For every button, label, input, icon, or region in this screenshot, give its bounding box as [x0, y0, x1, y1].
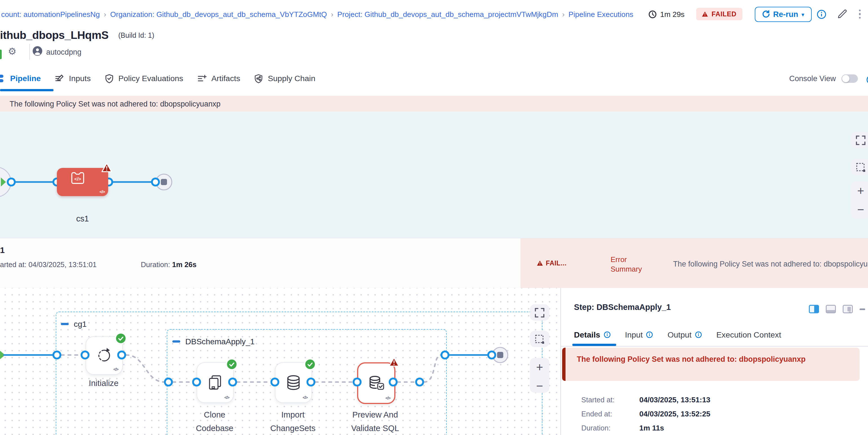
- title-bar: ithub_dbops_LHqmS (Build Id: 1) ⚙ autocd…: [0, 28, 868, 63]
- detail-label: Ended at:: [581, 410, 639, 418]
- info-icon[interactable]: [816, 9, 826, 19]
- expand-graph-button[interactable]: [530, 304, 549, 321]
- breadcrumb-account[interactable]: count: automationPipelinesNg: [1, 10, 100, 18]
- zoom-in-button[interactable]: +: [536, 358, 543, 376]
- svg-text:</>: </>: [74, 176, 82, 182]
- warning-triangle-icon: [537, 260, 543, 266]
- step-node-clone-codebase[interactable]: </>: [196, 362, 234, 403]
- panel-tab-output[interactable]: Output: [668, 330, 702, 339]
- panel-tabs-divider: [561, 346, 868, 346]
- panel-tabs: Details Input Output: [574, 330, 781, 339]
- layout-split-right-icon[interactable]: [809, 305, 819, 313]
- tab-artifacts[interactable]: Artifacts: [197, 73, 240, 83]
- info-icon[interactable]: [603, 331, 610, 338]
- detail-row-started: Started at: 04/03/2025, 13:51:13: [581, 396, 710, 404]
- avatar: [33, 46, 42, 56]
- step-node-initialize[interactable]: </>: [86, 336, 123, 375]
- graph-zoom-controls: + −: [530, 358, 549, 393]
- collapse-minus-icon[interactable]: [173, 340, 180, 342]
- breadcrumb-separator: ›: [331, 10, 334, 18]
- breadcrumb-project[interactable]: Project: Github_db_devops_aut_db_schema_…: [337, 10, 558, 18]
- list-plus-icon: [197, 73, 207, 83]
- stage-node-cs1[interactable]: </> </>: [57, 168, 108, 196]
- sync-icon: [96, 347, 113, 364]
- policy-warning-banner: The following Policy Set was not adhered…: [0, 96, 868, 112]
- chevron-down-icon: ▾: [802, 12, 804, 18]
- step-panel-title: Step: DBSchemaApply_1: [574, 303, 671, 312]
- tab-artifacts-label: Artifacts: [211, 74, 240, 83]
- step-node-import-changesets[interactable]: </>: [275, 362, 312, 403]
- detail-row-duration: Duration: 1m 11s: [581, 424, 664, 432]
- panel-tab-details-label: Details: [574, 330, 600, 339]
- info-icon[interactable]: [695, 331, 702, 338]
- policy-warning-text: The following Policy Set was not adhered…: [9, 99, 220, 108]
- start-play-icon: [1, 178, 6, 187]
- info-icon[interactable]: [646, 331, 653, 338]
- console-view-control: Console View: [789, 74, 858, 83]
- warning-triangle-icon: [702, 11, 708, 17]
- minimize-panel-icon[interactable]: [860, 308, 865, 310]
- layout-floating-icon[interactable]: [843, 305, 853, 313]
- stage-fail-tag: FAIL...: [537, 259, 567, 267]
- success-check-badge: [226, 359, 238, 370]
- step-details-panel: Step: DBSchemaApply_1 Details: [560, 288, 868, 435]
- marquee-select-button[interactable]: [851, 159, 868, 175]
- stage-graph-canvas[interactable]: </> </> cs1 + −: [0, 112, 868, 238]
- execution-graph[interactable]: cg1 DBSchemaApply_1: [0, 288, 560, 435]
- status-label: FAILED: [712, 10, 737, 18]
- tab-pipeline-label: Pipeline: [10, 74, 41, 83]
- zoom-in-button[interactable]: +: [857, 181, 864, 200]
- stage-duration-value: 1m 26s: [172, 260, 196, 269]
- elapsed-time: 1m 29s: [648, 10, 685, 18]
- more-options-kebab-icon[interactable]: [859, 9, 861, 19]
- expand-canvas-button[interactable]: [851, 132, 868, 148]
- clone-codebase-icon: [207, 374, 224, 391]
- stage-summary-strip: 1 arted at: 04/03/2025, 13:51:01 Duratio…: [0, 238, 868, 288]
- trigger-user: autocdpng: [46, 48, 82, 56]
- rerun-button[interactable]: Re-run ▾: [754, 6, 811, 22]
- start-play-icon: [0, 351, 5, 359]
- tab-pipeline[interactable]: Pipeline: [0, 73, 41, 83]
- step-node-preview-validate-sql[interactable]: </>: [357, 362, 395, 404]
- status-badge: FAILED: [696, 8, 742, 20]
- panel-tab-execution-context[interactable]: Execution Context: [716, 330, 781, 339]
- code-glyph: </>: [99, 189, 105, 194]
- tab-inputs[interactable]: Inputs: [55, 73, 91, 83]
- step-label-clone-codebase: Clone Codebase: [185, 408, 244, 435]
- panel-tab-details[interactable]: Details: [574, 330, 610, 339]
- collapse-minus-icon[interactable]: [61, 323, 69, 325]
- code-glyph: </>: [224, 396, 229, 400]
- breadcrumb-pipeline-executions[interactable]: Pipeline Executions: [569, 10, 633, 18]
- panel-tab-input[interactable]: Input: [625, 330, 653, 339]
- breadcrumb-separator: ›: [104, 10, 106, 18]
- rerun-label: Re-run: [773, 10, 798, 18]
- stage-duration: Duration: 1m 26s: [141, 260, 196, 269]
- error-summary-text: The following Policy Set was not adhered…: [673, 260, 868, 268]
- step-label-preview-validate-sql: Preview And Validate SQL: [346, 408, 404, 435]
- console-view-info-icon[interactable]: [866, 75, 868, 85]
- layout-split-bottom-icon[interactable]: [826, 305, 836, 313]
- group-cg1-header: cg1: [61, 319, 87, 329]
- inputs-icon: [55, 73, 64, 83]
- marquee-select-button[interactable]: [530, 331, 549, 347]
- code-glyph: </>: [114, 367, 118, 371]
- active-panel-tab-underline: [572, 344, 616, 346]
- group-dbschema-header: DBSchemaApply_1: [173, 337, 255, 346]
- panel-tab-output-label: Output: [668, 330, 691, 339]
- zoom-out-button[interactable]: −: [536, 376, 543, 395]
- tab-policy-evaluations[interactable]: Policy Evaluations: [105, 73, 183, 83]
- console-view-toggle[interactable]: [841, 74, 858, 83]
- success-check-badge: [304, 359, 316, 370]
- group-dbschema-label: DBSchemaApply_1: [185, 337, 255, 346]
- stage-started-at: arted at: 04/03/2025, 13:51:01: [0, 260, 97, 269]
- edit-pencil-icon[interactable]: [837, 9, 847, 19]
- tab-policy-evaluations-label: Policy Evaluations: [118, 74, 183, 83]
- breadcrumb-organization[interactable]: Organization: Github_db_devops_aut_db_sc…: [110, 10, 327, 18]
- gear-icon[interactable]: ⚙: [8, 47, 17, 56]
- breadcrumb-separator: ›: [562, 10, 565, 18]
- tab-supply-chain[interactable]: Supply Chain: [254, 73, 315, 83]
- canvas-controls-2: [851, 159, 868, 175]
- divider: [29, 44, 30, 60]
- graph-controls-2: [530, 331, 549, 347]
- zoom-out-button[interactable]: −: [857, 200, 864, 219]
